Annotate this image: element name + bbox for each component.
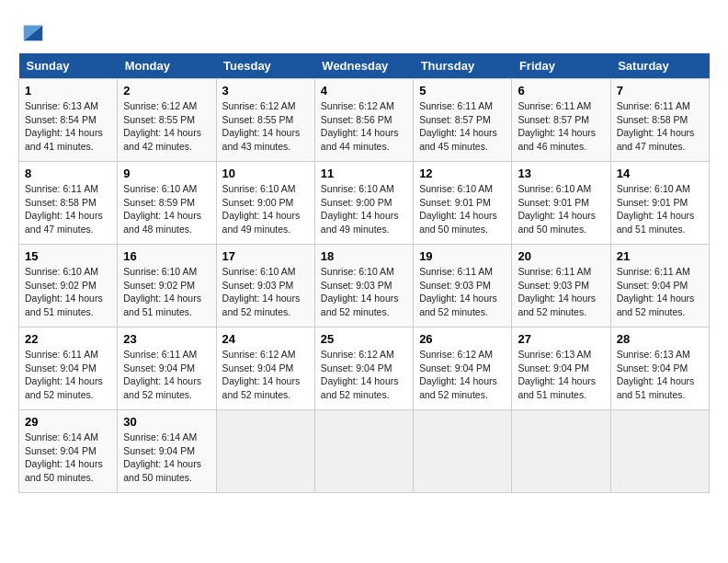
day-number: 7	[617, 84, 703, 98]
day-number: 27	[518, 332, 604, 346]
calendar-week-row: 15 Sunrise: 6:10 AM Sunset: 9:02 PM Dayl…	[19, 245, 710, 327]
day-number: 17	[222, 249, 309, 263]
calendar-cell: 19 Sunrise: 6:11 AM Sunset: 9:03 PM Dayl…	[414, 245, 512, 327]
calendar-table: SundayMondayTuesdayWednesdayThursdayFrid…	[18, 53, 710, 493]
day-number: 19	[419, 249, 506, 263]
day-info: Sunrise: 6:10 AM Sunset: 8:59 PM Dayligh…	[123, 183, 201, 235]
day-number: 9	[123, 167, 210, 180]
day-number: 24	[222, 332, 309, 346]
calendar-cell: 30 Sunrise: 6:14 AM Sunset: 9:04 PM Dayl…	[118, 410, 216, 493]
day-number: 11	[321, 167, 407, 180]
calendar-cell: 1 Sunrise: 6:13 AM Sunset: 8:54 PM Dayli…	[19, 79, 118, 162]
day-number: 4	[321, 84, 407, 98]
calendar-week-row: 8 Sunrise: 6:11 AM Sunset: 8:58 PM Dayli…	[19, 162, 710, 245]
day-number: 29	[25, 415, 111, 429]
day-info: Sunrise: 6:12 AM Sunset: 8:56 PM Dayligh…	[321, 100, 399, 152]
day-number: 1	[25, 84, 111, 98]
calendar-cell: 25 Sunrise: 6:12 AM Sunset: 9:04 PM Dayl…	[314, 327, 413, 410]
day-info: Sunrise: 6:10 AM Sunset: 9:02 PM Dayligh…	[25, 266, 103, 317]
day-number: 23	[123, 332, 210, 346]
day-info: Sunrise: 6:12 AM Sunset: 9:04 PM Dayligh…	[222, 349, 301, 400]
day-info: Sunrise: 6:11 AM Sunset: 9:04 PM Dayligh…	[25, 349, 103, 400]
weekday-header: Thursday	[414, 53, 512, 79]
calendar-cell: 14 Sunrise: 6:10 AM Sunset: 9:01 PM Dayl…	[610, 162, 709, 245]
day-number: 10	[222, 167, 309, 180]
calendar-cell: 18 Sunrise: 6:10 AM Sunset: 9:03 PM Dayl…	[314, 245, 413, 327]
day-info: Sunrise: 6:11 AM Sunset: 9:04 PM Dayligh…	[123, 349, 201, 400]
day-info: Sunrise: 6:13 AM Sunset: 9:04 PM Dayligh…	[518, 349, 596, 400]
calendar-cell: 13 Sunrise: 6:10 AM Sunset: 9:01 PM Dayl…	[512, 162, 610, 245]
calendar-week-row: 29 Sunrise: 6:14 AM Sunset: 9:04 PM Dayl…	[19, 410, 710, 493]
day-info: Sunrise: 6:10 AM Sunset: 9:02 PM Dayligh…	[123, 266, 201, 317]
day-info: Sunrise: 6:11 AM Sunset: 8:57 PM Dayligh…	[419, 100, 497, 152]
page-header	[18, 18, 710, 44]
calendar-cell: 26 Sunrise: 6:12 AM Sunset: 9:04 PM Dayl…	[414, 327, 512, 410]
day-number: 14	[617, 167, 703, 180]
day-info: Sunrise: 6:10 AM Sunset: 9:03 PM Dayligh…	[321, 266, 399, 317]
calendar-cell: 7 Sunrise: 6:11 AM Sunset: 8:58 PM Dayli…	[610, 79, 709, 162]
calendar-cell	[512, 410, 610, 493]
calendar-cell: 21 Sunrise: 6:11 AM Sunset: 9:04 PM Dayl…	[610, 245, 709, 327]
day-info: Sunrise: 6:11 AM Sunset: 8:58 PM Dayligh…	[617, 100, 695, 152]
calendar-cell	[610, 410, 709, 493]
logo	[18, 18, 46, 44]
day-info: Sunrise: 6:11 AM Sunset: 9:03 PM Dayligh…	[518, 266, 596, 317]
day-info: Sunrise: 6:11 AM Sunset: 9:04 PM Dayligh…	[617, 266, 695, 317]
day-number: 8	[25, 167, 111, 180]
day-info: Sunrise: 6:11 AM Sunset: 9:03 PM Dayligh…	[419, 266, 497, 317]
day-number: 18	[321, 249, 407, 263]
day-info: Sunrise: 6:13 AM Sunset: 9:04 PM Dayligh…	[617, 349, 695, 400]
day-info: Sunrise: 6:13 AM Sunset: 8:54 PM Dayligh…	[25, 100, 103, 152]
calendar-cell: 16 Sunrise: 6:10 AM Sunset: 9:02 PM Dayl…	[118, 245, 216, 327]
calendar-cell: 8 Sunrise: 6:11 AM Sunset: 8:58 PM Dayli…	[19, 162, 118, 245]
calendar-week-row: 22 Sunrise: 6:11 AM Sunset: 9:04 PM Dayl…	[19, 327, 710, 410]
weekday-header-row: SundayMondayTuesdayWednesdayThursdayFrid…	[19, 53, 710, 79]
day-info: Sunrise: 6:12 AM Sunset: 9:04 PM Dayligh…	[419, 349, 497, 400]
calendar-cell	[314, 410, 413, 493]
calendar-cell: 27 Sunrise: 6:13 AM Sunset: 9:04 PM Dayl…	[512, 327, 610, 410]
calendar-cell: 28 Sunrise: 6:13 AM Sunset: 9:04 PM Dayl…	[610, 327, 709, 410]
calendar-cell: 20 Sunrise: 6:11 AM Sunset: 9:03 PM Dayl…	[512, 245, 610, 327]
day-info: Sunrise: 6:10 AM Sunset: 9:00 PM Dayligh…	[222, 183, 301, 235]
day-number: 25	[321, 332, 407, 346]
logo-icon	[20, 18, 46, 44]
weekday-header: Monday	[118, 53, 216, 79]
day-number: 5	[419, 84, 506, 98]
calendar-cell	[414, 410, 512, 493]
day-number: 21	[617, 249, 703, 263]
calendar-cell: 17 Sunrise: 6:10 AM Sunset: 9:03 PM Dayl…	[216, 245, 314, 327]
calendar-cell: 4 Sunrise: 6:12 AM Sunset: 8:56 PM Dayli…	[314, 79, 413, 162]
day-number: 3	[222, 84, 309, 98]
calendar-cell: 11 Sunrise: 6:10 AM Sunset: 9:00 PM Dayl…	[314, 162, 413, 245]
day-info: Sunrise: 6:10 AM Sunset: 9:01 PM Dayligh…	[518, 183, 596, 235]
calendar-cell: 15 Sunrise: 6:10 AM Sunset: 9:02 PM Dayl…	[19, 245, 118, 327]
calendar-cell: 6 Sunrise: 6:11 AM Sunset: 8:57 PM Dayli…	[512, 79, 610, 162]
weekday-header: Sunday	[19, 53, 118, 79]
calendar-cell: 3 Sunrise: 6:12 AM Sunset: 8:55 PM Dayli…	[216, 79, 314, 162]
weekday-header: Wednesday	[314, 53, 413, 79]
day-number: 13	[518, 167, 604, 180]
day-info: Sunrise: 6:10 AM Sunset: 9:01 PM Dayligh…	[617, 183, 695, 235]
calendar-cell: 9 Sunrise: 6:10 AM Sunset: 8:59 PM Dayli…	[118, 162, 216, 245]
day-info: Sunrise: 6:12 AM Sunset: 9:04 PM Dayligh…	[321, 349, 399, 400]
calendar-cell: 29 Sunrise: 6:14 AM Sunset: 9:04 PM Dayl…	[19, 410, 118, 493]
day-number: 28	[617, 332, 703, 346]
day-number: 30	[123, 415, 210, 429]
day-number: 22	[25, 332, 111, 346]
day-number: 6	[518, 84, 604, 98]
day-number: 16	[123, 249, 210, 263]
day-info: Sunrise: 6:12 AM Sunset: 8:55 PM Dayligh…	[222, 100, 301, 152]
day-info: Sunrise: 6:10 AM Sunset: 9:00 PM Dayligh…	[321, 183, 399, 235]
day-info: Sunrise: 6:10 AM Sunset: 9:01 PM Dayligh…	[419, 183, 497, 235]
day-number: 15	[25, 249, 111, 263]
calendar-cell: 12 Sunrise: 6:10 AM Sunset: 9:01 PM Dayl…	[414, 162, 512, 245]
calendar-cell: 5 Sunrise: 6:11 AM Sunset: 8:57 PM Dayli…	[414, 79, 512, 162]
calendar-week-row: 1 Sunrise: 6:13 AM Sunset: 8:54 PM Dayli…	[19, 79, 710, 162]
day-info: Sunrise: 6:14 AM Sunset: 9:04 PM Dayligh…	[25, 431, 103, 483]
day-info: Sunrise: 6:14 AM Sunset: 9:04 PM Dayligh…	[123, 431, 201, 483]
calendar-cell: 23 Sunrise: 6:11 AM Sunset: 9:04 PM Dayl…	[118, 327, 216, 410]
calendar-cell: 24 Sunrise: 6:12 AM Sunset: 9:04 PM Dayl…	[216, 327, 314, 410]
day-number: 12	[419, 167, 506, 180]
day-number: 26	[419, 332, 506, 346]
day-info: Sunrise: 6:12 AM Sunset: 8:55 PM Dayligh…	[123, 100, 201, 152]
